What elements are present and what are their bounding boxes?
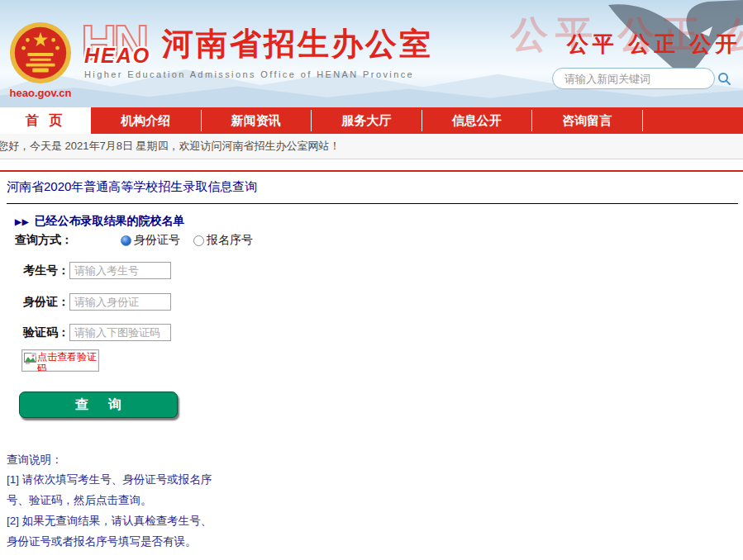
greeting-bar: 您好，今天是 2021年7月8日 星期四，欢迎访问河南省招生办公室网站！ <box>0 134 743 159</box>
site-header: heao.gov.cn HN HEAO 河南省招生办公室 Higher Educ… <box>0 0 743 107</box>
content-top-rule <box>0 170 743 172</box>
exam-number-label: 考生号： <box>23 263 69 278</box>
id-card-input[interactable] <box>69 293 171 311</box>
page: heao.gov.cn HN HEAO 河南省招生办公室 Higher Educ… <box>0 0 743 560</box>
captcha-alt-text: 点击查看验证码 <box>37 351 97 372</box>
news-search-box <box>552 68 715 89</box>
id-card-label: 身份证： <box>23 295 69 310</box>
site-title: 河南省招生办公室 <box>162 23 433 65</box>
site-domain[interactable]: heao.gov.cn <box>0 87 81 99</box>
captcha-row: 验证码： <box>23 324 171 341</box>
id-card-row: 身份证： <box>23 293 171 311</box>
nav-item-home[interactable]: 首 页 <box>0 107 91 134</box>
nav-item-about[interactable]: 机构介绍 <box>91 110 202 131</box>
radio-id-number-label[interactable]: 身份证号 <box>134 233 180 248</box>
query-mode-label: 查询方式： <box>15 233 73 248</box>
note-line: [1] 请依次填写考生号、身份证号或报名序 <box>7 472 212 487</box>
double-arrow-icon: ▶▶ <box>15 217 29 226</box>
nav-filler <box>643 107 743 134</box>
slogan-text: 公平 公正 公开 <box>567 30 741 59</box>
published-colleges-link[interactable]: ▶▶ 已经公布录取结果的院校名单 <box>15 214 184 229</box>
title-divider <box>7 203 738 204</box>
nav-item-consult[interactable]: 咨询留言 <box>532 110 643 131</box>
query-mode-row: 查询方式： 身份证号 报名序号 <box>15 233 266 248</box>
note-line: 号、验证码，然后点击查询。 <box>7 493 152 508</box>
notes-title: 查询说明： <box>7 453 63 467</box>
radio-registration-number-label[interactable]: 报名序号 <box>207 233 253 248</box>
captcha-input[interactable] <box>69 324 171 341</box>
search-icon[interactable] <box>715 72 736 85</box>
note-line: 身份证号或者报名序号填写是否有误。 <box>7 534 197 549</box>
query-submit-button[interactable]: 查 询 <box>19 392 178 418</box>
radio-registration-number[interactable] <box>193 235 204 246</box>
site-subtitle: Higher Education Admissions Office of HE… <box>84 69 414 79</box>
nav-item-news[interactable]: 新闻资讯 <box>202 110 312 131</box>
broken-image-icon <box>24 353 36 364</box>
note-line: [2] 如果无查询结果，请认真检查考生号、 <box>7 514 212 529</box>
query-mode-radio-group: 身份证号 报名序号 <box>121 233 266 248</box>
captcha-label: 验证码： <box>23 325 69 340</box>
national-emblem-logo <box>8 21 73 85</box>
search-input[interactable] <box>553 73 715 85</box>
main-nav: 首 页 机构介绍 新闻资讯 服务大厅 信息公开 咨询留言 <box>0 107 743 134</box>
page-title: 河南省2020年普通高等学校招生录取信息查询 <box>7 179 257 195</box>
captcha-image-broken[interactable]: 点击查看验证码 <box>21 349 99 372</box>
nav-item-service-hall[interactable]: 服务大厅 <box>312 110 422 131</box>
exam-number-input[interactable] <box>69 262 171 279</box>
heao-logo: HEAO <box>84 44 150 68</box>
published-colleges-link-label: 已经公布录取结果的院校名单 <box>34 214 184 229</box>
exam-number-row: 考生号： <box>23 262 171 279</box>
nav-item-info-disclosure[interactable]: 信息公开 <box>422 110 533 131</box>
radio-id-number[interactable] <box>121 235 131 246</box>
